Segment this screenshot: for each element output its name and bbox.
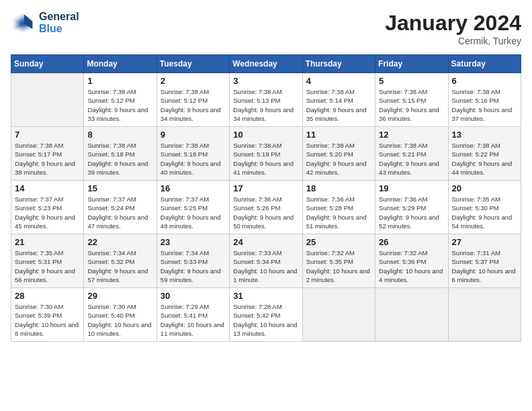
day-info: Sunrise: 7:31 AMSunset: 5:37 PMDaylight:… [452,248,517,284]
calendar-cell: 5Sunrise: 7:38 AMSunset: 5:15 PMDaylight… [375,73,448,127]
calendar-cell: 13Sunrise: 7:38 AMSunset: 5:22 PMDayligh… [448,127,521,181]
calendar-cell: 10Sunrise: 7:38 AMSunset: 5:19 PMDayligh… [230,127,302,181]
day-header-thursday: Thursday [302,55,375,73]
location: Cermik, Turkey [385,36,521,46]
day-info: Sunrise: 7:29 AMSunset: 5:41 PMDaylight:… [161,302,226,338]
day-info: Sunrise: 7:32 AMSunset: 5:36 PMDaylight:… [379,248,444,284]
logo-icon [11,11,35,35]
day-number: 14 [15,183,80,193]
calendar-cell: 7Sunrise: 7:38 AMSunset: 5:17 PMDaylight… [11,127,84,181]
page-header: General Blue January 2024 Cermik, Turkey [11,11,521,46]
calendar-cell [302,288,375,342]
day-number: 11 [306,130,371,140]
calendar-cell: 30Sunrise: 7:29 AMSunset: 5:41 PMDayligh… [157,288,229,342]
day-number: 10 [233,130,298,140]
calendar-cell: 31Sunrise: 7:28 AMSunset: 5:42 PMDayligh… [230,288,302,342]
calendar-cell: 15Sunrise: 7:37 AMSunset: 5:24 PMDayligh… [84,181,157,234]
calendar-cell: 12Sunrise: 7:38 AMSunset: 5:21 PMDayligh… [375,127,448,181]
day-info: Sunrise: 7:33 AMSunset: 5:34 PMDaylight:… [233,248,298,284]
day-info: Sunrise: 7:34 AMSunset: 5:33 PMDaylight:… [161,248,226,284]
day-info: Sunrise: 7:38 AMSunset: 5:13 PMDaylight:… [233,87,298,123]
day-number: 8 [87,130,152,140]
calendar-cell: 25Sunrise: 7:32 AMSunset: 5:35 PMDayligh… [302,234,375,288]
calendar-cell: 24Sunrise: 7:33 AMSunset: 5:34 PMDayligh… [230,234,302,288]
day-number: 17 [233,183,298,193]
calendar-cell: 18Sunrise: 7:36 AMSunset: 5:28 PMDayligh… [302,181,375,234]
calendar-cell [11,73,84,127]
calendar-cell: 11Sunrise: 7:38 AMSunset: 5:20 PMDayligh… [302,127,375,181]
day-number: 24 [233,237,298,247]
calendar-cell: 20Sunrise: 7:35 AMSunset: 5:30 PMDayligh… [448,181,521,234]
week-row-1: 1Sunrise: 7:38 AMSunset: 5:12 PMDaylight… [11,73,521,127]
day-info: Sunrise: 7:30 AMSunset: 5:40 PMDaylight:… [87,302,152,338]
logo: General Blue [11,11,79,35]
title-area: January 2024 Cermik, Turkey [385,11,521,46]
day-info: Sunrise: 7:30 AMSunset: 5:39 PMDaylight:… [15,302,80,338]
calendar-header: SundayMondayTuesdayWednesdayThursdayFrid… [11,55,521,73]
day-number: 27 [452,237,517,247]
day-info: Sunrise: 7:36 AMSunset: 5:28 PMDaylight:… [306,195,371,230]
day-header-wednesday: Wednesday [230,55,302,73]
calendar-cell: 4Sunrise: 7:38 AMSunset: 5:14 PMDaylight… [302,73,375,127]
calendar-cell: 28Sunrise: 7:30 AMSunset: 5:39 PMDayligh… [11,288,84,342]
calendar-cell: 17Sunrise: 7:36 AMSunset: 5:26 PMDayligh… [230,181,302,234]
day-number: 25 [306,237,371,247]
day-info: Sunrise: 7:38 AMSunset: 5:14 PMDaylight:… [306,87,371,123]
logo-text: General Blue [39,11,79,35]
calendar-cell: 8Sunrise: 7:38 AMSunset: 5:18 PMDaylight… [84,127,157,181]
day-number: 28 [15,291,80,301]
calendar-cell: 29Sunrise: 7:30 AMSunset: 5:40 PMDayligh… [84,288,157,342]
calendar-cell: 9Sunrise: 7:38 AMSunset: 5:18 PMDaylight… [157,127,229,181]
day-info: Sunrise: 7:28 AMSunset: 5:42 PMDaylight:… [233,302,298,338]
day-number: 6 [452,76,517,86]
day-info: Sunrise: 7:38 AMSunset: 5:18 PMDaylight:… [161,141,226,177]
day-info: Sunrise: 7:37 AMSunset: 5:24 PMDaylight:… [87,195,152,230]
day-info: Sunrise: 7:38 AMSunset: 5:22 PMDaylight:… [452,141,517,177]
calendar-cell: 16Sunrise: 7:37 AMSunset: 5:25 PMDayligh… [157,181,229,234]
day-number: 3 [233,76,298,86]
day-info: Sunrise: 7:38 AMSunset: 5:12 PMDaylight:… [87,87,152,123]
calendar-cell: 3Sunrise: 7:38 AMSunset: 5:13 PMDaylight… [230,73,302,127]
day-number: 26 [379,237,444,247]
day-number: 23 [161,237,226,247]
day-info: Sunrise: 7:32 AMSunset: 5:35 PMDaylight:… [306,248,371,284]
day-info: Sunrise: 7:35 AMSunset: 5:30 PMDaylight:… [452,195,517,230]
day-info: Sunrise: 7:35 AMSunset: 5:31 PMDaylight:… [15,248,80,284]
day-number: 13 [452,130,517,140]
day-number: 22 [87,237,152,247]
day-info: Sunrise: 7:34 AMSunset: 5:32 PMDaylight:… [87,248,152,284]
week-row-4: 21Sunrise: 7:35 AMSunset: 5:31 PMDayligh… [11,234,521,288]
day-header-sunday: Sunday [11,55,84,73]
day-number: 12 [379,130,444,140]
calendar-cell: 2Sunrise: 7:38 AMSunset: 5:12 PMDaylight… [157,73,229,127]
day-number: 7 [15,130,80,140]
day-info: Sunrise: 7:38 AMSunset: 5:12 PMDaylight:… [161,87,226,123]
day-info: Sunrise: 7:38 AMSunset: 5:17 PMDaylight:… [15,141,80,177]
day-info: Sunrise: 7:38 AMSunset: 5:20 PMDaylight:… [306,141,371,177]
day-number: 4 [306,76,371,86]
day-number: 18 [306,183,371,193]
day-number: 5 [379,76,444,86]
day-info: Sunrise: 7:36 AMSunset: 5:26 PMDaylight:… [233,195,298,230]
day-number: 30 [161,291,226,301]
calendar-cell: 27Sunrise: 7:31 AMSunset: 5:37 PMDayligh… [448,234,521,288]
calendar-cell: 22Sunrise: 7:34 AMSunset: 5:32 PMDayligh… [84,234,157,288]
day-header-tuesday: Tuesday [157,55,229,73]
day-number: 2 [161,76,226,86]
day-number: 9 [161,130,226,140]
week-row-2: 7Sunrise: 7:38 AMSunset: 5:17 PMDaylight… [11,127,521,181]
day-info: Sunrise: 7:36 AMSunset: 5:29 PMDaylight:… [379,195,444,230]
day-number: 20 [452,183,517,193]
day-number: 31 [233,291,298,301]
day-number: 29 [87,291,152,301]
day-info: Sunrise: 7:38 AMSunset: 5:18 PMDaylight:… [87,141,152,177]
day-number: 16 [161,183,226,193]
day-info: Sunrise: 7:38 AMSunset: 5:16 PMDaylight:… [452,87,517,123]
day-number: 1 [87,76,152,86]
calendar-cell [375,288,448,342]
day-number: 21 [15,237,80,247]
calendar-table: SundayMondayTuesdayWednesdayThursdayFrid… [11,54,521,342]
week-row-3: 14Sunrise: 7:37 AMSunset: 5:23 PMDayligh… [11,181,521,234]
calendar-body: 1Sunrise: 7:38 AMSunset: 5:12 PMDaylight… [11,73,521,342]
day-info: Sunrise: 7:37 AMSunset: 5:23 PMDaylight:… [15,195,80,230]
